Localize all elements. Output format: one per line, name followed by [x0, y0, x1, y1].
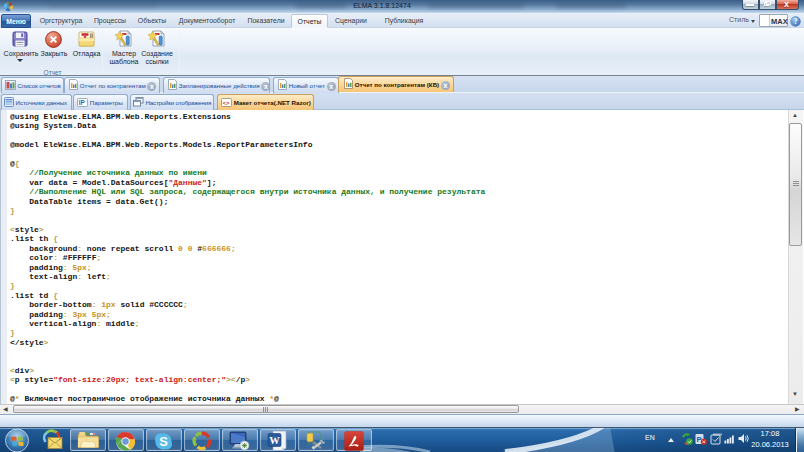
svg-text:<>: <>: [222, 100, 230, 107]
svg-text:W: W: [269, 435, 280, 446]
svg-text:IP: IP: [79, 99, 86, 106]
svg-text:?: ?: [794, 17, 798, 26]
svg-text:S: S: [159, 434, 168, 449]
